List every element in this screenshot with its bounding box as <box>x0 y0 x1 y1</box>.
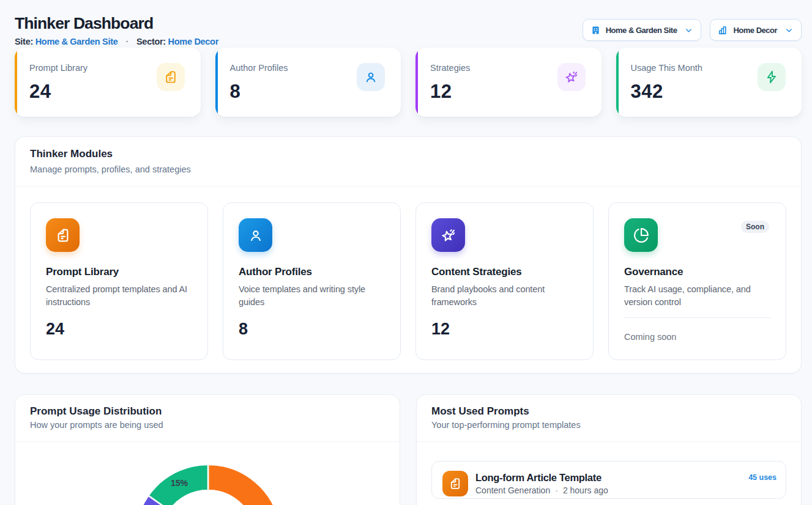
svg-text:15%: 15% <box>171 478 188 488</box>
